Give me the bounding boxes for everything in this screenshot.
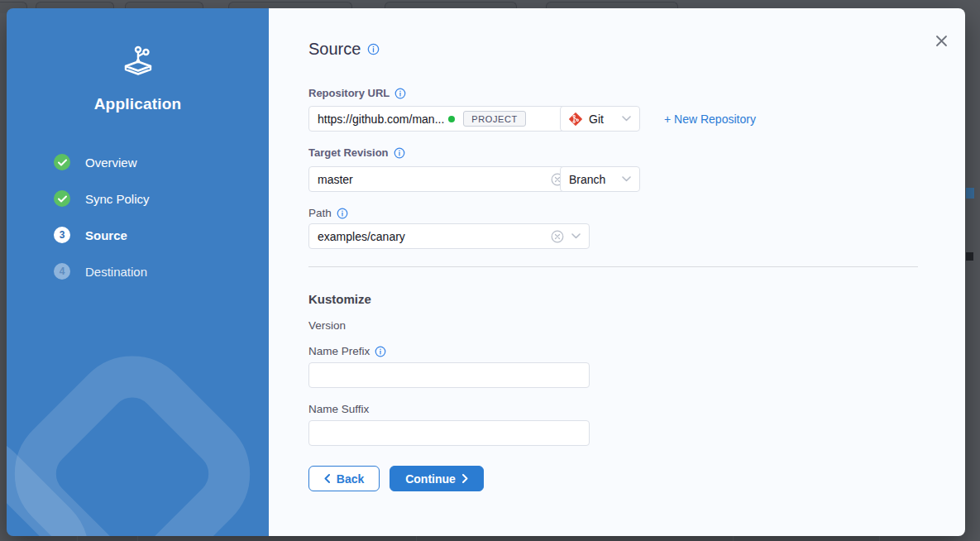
background-divider	[879, 536, 880, 541]
chevron-down-icon[interactable]	[622, 116, 631, 122]
continue-button-label: Continue	[405, 472, 456, 486]
section-divider	[308, 266, 918, 267]
chevron-down-icon[interactable]	[622, 176, 631, 182]
revision-type-select[interactable]: Branch	[560, 166, 640, 192]
check-icon	[54, 190, 70, 207]
chevron-left-icon	[324, 474, 330, 483]
repo-status-dot	[448, 116, 455, 122]
continue-button[interactable]: Continue	[390, 466, 484, 491]
name-prefix-label: Name Prefix	[308, 345, 370, 357]
repository-url-label: Repository URL	[308, 87, 390, 99]
background-fragment	[966, 252, 973, 261]
step-label: Overview	[85, 156, 137, 170]
back-button-label: Back	[337, 472, 364, 486]
chevron-down-icon[interactable]	[571, 233, 581, 239]
name-prefix-field	[308, 362, 590, 388]
target-revision-input[interactable]	[318, 173, 551, 186]
info-icon[interactable]	[367, 43, 380, 55]
wizard-title: Application	[7, 95, 269, 113]
step-source[interactable]: 3 Source	[54, 227, 150, 243]
back-button[interactable]: Back	[308, 466, 380, 491]
path-field	[308, 223, 590, 249]
name-prefix-input[interactable]	[318, 369, 581, 382]
repo-type-select[interactable]: Git	[560, 106, 640, 132]
info-icon[interactable]	[337, 208, 348, 219]
version-label: Version	[308, 319, 346, 332]
application-box-branch-icon	[7, 43, 269, 79]
page-title: Source	[308, 40, 361, 59]
wizard-main-panel: Source Repository URL https://github.com…	[269, 8, 965, 536]
step-sync-policy[interactable]: Sync Policy	[54, 190, 150, 207]
step-destination[interactable]: 4 Destination	[54, 263, 150, 280]
name-suffix-input[interactable]	[318, 427, 581, 440]
git-icon	[569, 113, 582, 126]
check-icon	[54, 154, 70, 170]
application-wizard-modal: Application Overview Sync Policy 3 Sourc…	[7, 8, 965, 536]
step-label: Source	[85, 228, 127, 242]
repository-url-value: https://github.com/man...	[318, 113, 444, 126]
background-divider	[416, 536, 417, 541]
step-label: Destination	[85, 265, 147, 279]
repo-type-value: Git	[589, 113, 604, 126]
background-divider	[733, 536, 734, 541]
background-fragment	[966, 188, 974, 199]
info-icon[interactable]	[394, 147, 405, 159]
wizard-sidebar: Application Overview Sync Policy 3 Sourc…	[7, 8, 269, 536]
name-suffix-field	[308, 420, 590, 446]
path-input[interactable]	[318, 230, 551, 243]
kustomize-heading: Kustomize	[308, 292, 371, 306]
name-suffix-label: Name Suffix	[308, 403, 369, 415]
info-icon[interactable]	[375, 346, 386, 357]
background-divider	[137, 536, 138, 541]
new-repository-link[interactable]: + New Repository	[664, 113, 756, 126]
step-number: 4	[54, 263, 70, 280]
project-badge: PROJECT	[463, 111, 526, 127]
wizard-steps: Overview Sync Policy 3 Source 4 Destinat…	[54, 154, 150, 299]
close-icon[interactable]	[932, 31, 950, 50]
chevron-right-icon	[462, 474, 468, 483]
info-icon[interactable]	[394, 88, 406, 99]
step-label: Sync Policy	[85, 192, 150, 206]
background-divider	[77, 536, 78, 541]
step-number: 3	[54, 227, 70, 243]
revision-type-value: Branch	[569, 173, 605, 186]
clear-circle-icon[interactable]	[551, 230, 564, 243]
target-revision-field	[308, 166, 590, 192]
path-label: Path	[308, 207, 332, 219]
target-revision-label: Target Revision	[308, 146, 389, 159]
repository-url-select[interactable]: https://github.com/man... PROJECT	[308, 106, 590, 132]
step-overview[interactable]: Overview	[54, 154, 150, 170]
